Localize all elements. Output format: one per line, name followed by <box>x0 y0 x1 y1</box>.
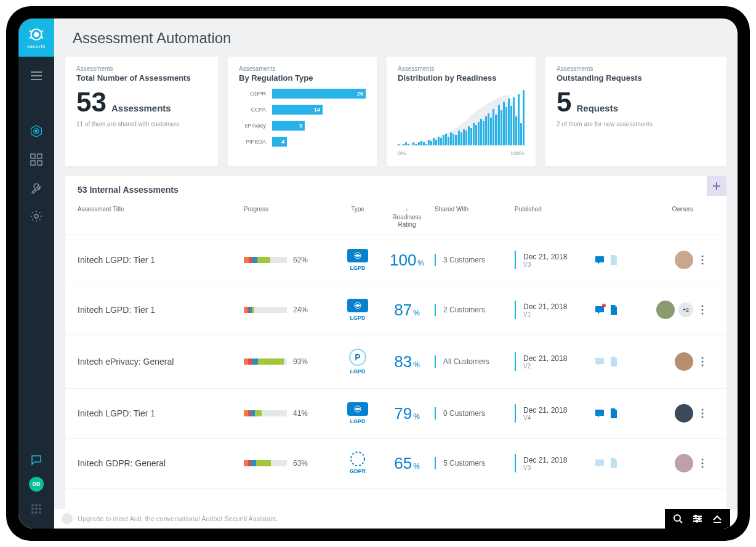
cell-published: Dec 21, 2018 V4 <box>515 404 595 423</box>
filter-icon[interactable] <box>692 513 703 524</box>
table-row[interactable]: Initech LGPD: Tier 1 24% LGPD 87% 2 Cust… <box>65 285 726 335</box>
apps-icon[interactable] <box>29 501 44 516</box>
svg-point-45 <box>702 459 704 461</box>
col-shared[interactable]: Shared With <box>435 206 515 229</box>
row-menu-icon[interactable] <box>693 357 712 367</box>
svg-point-17 <box>35 508 38 510</box>
nav-dashboard-icon[interactable] <box>30 153 43 166</box>
dist-max-label: 100% <box>510 150 525 156</box>
cell-readiness: 87% <box>379 301 435 320</box>
search-icon[interactable] <box>672 513 683 524</box>
col-readiness[interactable]: ↓ Readiness Rating <box>379 206 435 229</box>
comment-icon[interactable] <box>595 255 605 265</box>
document-icon[interactable] <box>609 255 619 265</box>
svg-point-46 <box>702 463 704 464</box>
card-label: Assessments <box>239 65 366 72</box>
menu-icon[interactable] <box>30 69 43 83</box>
document-icon[interactable] <box>609 458 619 468</box>
svg-point-27 <box>702 259 704 261</box>
cell-owners <box>632 454 693 472</box>
comment-icon[interactable] <box>595 458 605 468</box>
document-icon[interactable] <box>609 357 619 367</box>
bottom-bar: Upgrade to meet Auti, the conversational… <box>54 509 738 529</box>
svg-point-31 <box>702 306 704 307</box>
nav-assessments-icon[interactable] <box>30 124 43 138</box>
outstanding-count: 5 <box>557 89 571 116</box>
svg-point-15 <box>39 504 41 506</box>
col-title[interactable]: Assessment Title <box>78 206 244 229</box>
owner-avatar[interactable] <box>675 352 693 371</box>
row-menu-icon[interactable] <box>693 408 712 418</box>
cell-owners <box>632 251 693 269</box>
cell-readiness: 100% <box>379 251 435 270</box>
comment-icon[interactable] <box>595 408 605 418</box>
cell-published: Dec 21, 2018 V2 <box>515 352 595 371</box>
add-assessment-button[interactable] <box>707 176 726 196</box>
cell-published: Dec 21, 2018 V1 <box>515 301 595 319</box>
card-title: Distribution by Readiness <box>398 73 525 83</box>
card-title: By Regulation Type <box>239 73 366 83</box>
cell-published: Dec 21, 2018 V3 <box>515 454 595 472</box>
assessments-table: 53 Internal Assessments Assessment Title… <box>65 176 726 529</box>
col-owners[interactable]: Owners <box>632 206 693 229</box>
document-icon[interactable] <box>609 305 619 315</box>
svg-point-14 <box>35 504 38 506</box>
sort-down-icon: ↓ <box>379 206 435 213</box>
comment-icon[interactable] <box>595 357 605 367</box>
card-title: Total Number of Assessments <box>76 73 207 83</box>
row-menu-icon[interactable] <box>693 305 712 315</box>
col-published[interactable]: Published <box>515 206 595 229</box>
cell-progress: 63% <box>244 459 336 468</box>
card-total-assessments: Assessments Total Number of Assessments … <box>65 57 218 166</box>
table-title: 53 Internal Assessments <box>78 185 179 195</box>
owner-avatar[interactable] <box>675 251 693 269</box>
cell-type: LGPD <box>336 249 379 271</box>
comment-icon[interactable] <box>595 305 605 315</box>
col-progress[interactable]: Progress <box>244 206 336 229</box>
table-row[interactable]: Initech LGPD: Tier 1 41% LGPD 79% 0 Cust… <box>65 389 726 439</box>
cell-progress: 93% <box>244 357 336 366</box>
cell-readiness: 65% <box>379 454 435 473</box>
owner-avatar[interactable] <box>675 404 693 423</box>
svg-point-53 <box>695 516 697 517</box>
cell-owners <box>632 404 693 423</box>
row-menu-icon[interactable] <box>693 255 712 265</box>
expand-icon[interactable] <box>712 513 723 524</box>
svg-point-37 <box>702 365 704 367</box>
table-row[interactable]: Initech LGPD: Tier 1 62% LGPD 100% 3 Cus… <box>65 235 726 285</box>
chat-hint[interactable]: Upgrade to meet Auti, the conversational… <box>62 513 278 524</box>
table-row[interactable]: Initech GDPR: General 63% GDPR 65% 5 Cus… <box>65 439 726 488</box>
svg-rect-10 <box>31 161 35 165</box>
svg-point-47 <box>702 466 704 468</box>
cell-progress: 62% <box>244 256 336 264</box>
row-menu-icon[interactable] <box>693 458 712 468</box>
regulation-bar-row: ePrivacy 9 <box>239 121 366 131</box>
card-regulation-type: Assessments By Regulation Type GDPR 26CC… <box>228 57 377 166</box>
reg-label: ePrivacy <box>239 123 266 129</box>
user-avatar[interactable]: DB <box>29 477 44 492</box>
nav-settings-icon[interactable] <box>30 209 43 223</box>
brand-logo[interactable]: securiti <box>18 18 54 57</box>
cell-title: Initech LGPD: Tier 1 <box>78 305 244 315</box>
owner-avatar[interactable] <box>656 301 675 319</box>
chat-icon[interactable] <box>30 453 43 467</box>
svg-point-13 <box>31 504 34 506</box>
document-icon[interactable] <box>609 408 619 418</box>
cell-owners <box>632 352 693 371</box>
svg-point-20 <box>35 511 38 514</box>
owner-more-badge[interactable]: +2 <box>678 302 693 317</box>
svg-point-1 <box>34 32 39 36</box>
nav-tools-icon[interactable] <box>30 181 43 195</box>
table-row[interactable]: Initech ePrivacy: General 93% P LGPD 83%… <box>65 335 726 389</box>
page-title: Assessment Automation <box>73 30 719 47</box>
sidebar: securiti <box>18 18 54 529</box>
total-count: 53 <box>76 89 107 116</box>
col-type[interactable]: Type <box>336 206 379 229</box>
svg-rect-9 <box>38 154 42 158</box>
total-unit: Assessments <box>111 103 171 113</box>
owner-avatar[interactable] <box>675 454 693 472</box>
svg-point-16 <box>31 508 34 510</box>
brand-name: securiti <box>27 44 45 49</box>
svg-point-32 <box>702 309 704 311</box>
svg-point-55 <box>696 521 698 522</box>
